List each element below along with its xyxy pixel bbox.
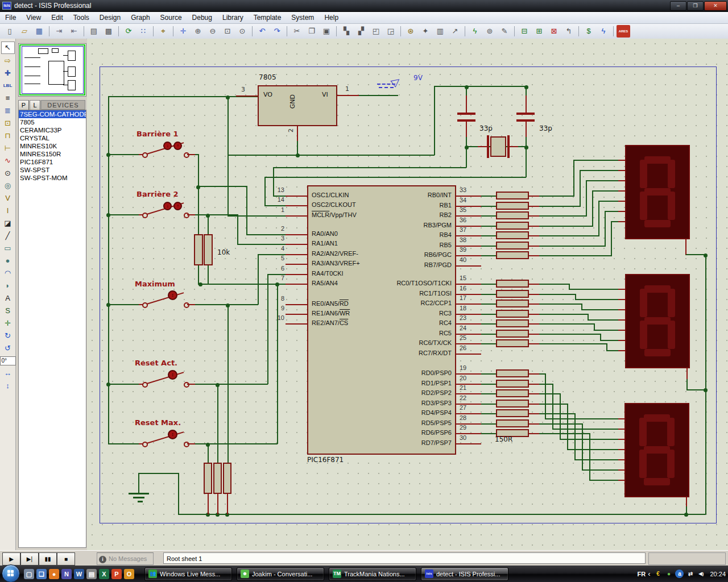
resistor-150r[interactable] [496, 202, 529, 210]
taskbar-button[interactable]: 👥Windows Live Mess... [144, 567, 232, 581]
restore-button[interactable]: ❐ [687, 1, 704, 11]
block-delete-icon[interactable]: ◲ [384, 25, 398, 38]
device-item-minres10k[interactable]: MINRES10K [19, 142, 86, 150]
subcircuit-tool[interactable]: ⊡ [2, 118, 14, 129]
show-desktop-icon[interactable]: ▢ [24, 569, 34, 579]
taskbar-button[interactable]: isisdetect - ISIS Professi... [421, 567, 508, 581]
toggle-down-button[interactable]: ↓ [163, 202, 172, 210]
generator-tool[interactable]: ◎ [2, 180, 14, 192]
menu-source[interactable]: Source [155, 13, 187, 23]
property-assignment-icon[interactable]: ✎ [498, 25, 511, 38]
menu-help[interactable]: Help [319, 13, 344, 23]
import-section-icon[interactable]: ⇥ [52, 25, 66, 38]
pick-parts-button[interactable]: P [18, 100, 29, 110]
device-item-7seg-com-cathode[interactable]: 7SEG-COM-CATHODE [19, 110, 86, 118]
terminal-tool[interactable]: ⊓ [2, 130, 14, 142]
network-icon[interactable]: ⇄ [686, 569, 694, 578]
device-item-pic16f871[interactable]: PIC16F871 [19, 158, 86, 166]
toggle-grid-icon[interactable]: ∷ [136, 25, 150, 38]
word-icon[interactable]: W [74, 569, 84, 579]
clock[interactable]: 20:24 [710, 571, 726, 577]
library-button[interactable]: L [30, 100, 40, 110]
antivirus-icon[interactable]: a [675, 569, 684, 578]
cut-icon[interactable]: ✂ [290, 25, 304, 38]
toggle-up-button[interactable]: ↑ [173, 142, 182, 150]
resistor-150r[interactable] [496, 319, 529, 327]
search-tag-icon[interactable]: ⊚ [483, 25, 497, 38]
resistor-150r[interactable] [496, 290, 529, 298]
menu-tools[interactable]: Tools [68, 13, 94, 23]
pick-device-icon[interactable]: ⊛ [404, 25, 417, 38]
2d-line-tool[interactable]: ╱ [2, 230, 14, 242]
current-probe-tool[interactable]: I [2, 205, 14, 217]
push-button[interactable]: ↕ [168, 370, 177, 380]
title-bar[interactable]: isis detect - ISIS Professional – ❐ ✕ [0, 0, 728, 12]
resistor-150r[interactable] [496, 369, 529, 377]
wire-label-tool[interactable]: LBL [2, 80, 14, 92]
print-icon[interactable]: ▤ [87, 25, 101, 38]
voltage-probe-tool[interactable]: V [2, 193, 14, 204]
block-rotate-icon[interactable]: ◰ [369, 25, 383, 38]
resistor-150r[interactable] [496, 251, 529, 259]
resistor-150r[interactable] [496, 280, 529, 288]
resistor-10k[interactable] [194, 234, 203, 265]
zoom-out-icon[interactable]: ⊖ [206, 25, 220, 38]
save-file-icon[interactable]: ▦ [32, 25, 46, 38]
false-origin-icon[interactable]: ⌖ [156, 25, 170, 38]
angle-field[interactable]: 0° [0, 356, 16, 365]
resistor-150r[interactable] [496, 330, 529, 338]
wire-autorouter-icon[interactable]: ϟ [468, 25, 482, 38]
crystal[interactable] [490, 136, 506, 157]
new-file-icon[interactable]: ▯ [3, 25, 16, 38]
mirror-h-tool[interactable]: ↔ [2, 368, 14, 379]
push-button[interactable]: ↕ [168, 430, 177, 439]
open-file-icon[interactable]: ▱ [18, 25, 31, 38]
menu-library[interactable]: Library [217, 13, 249, 23]
menu-debug[interactable]: Debug [187, 13, 217, 23]
2d-symbol-tool[interactable]: S [2, 305, 14, 317]
menu-graph[interactable]: Graph [126, 13, 155, 23]
device-item-ceramic33p[interactable]: CERAMIC33P [19, 126, 86, 134]
close-button[interactable]: ✕ [704, 1, 727, 11]
minimize-button[interactable]: – [670, 1, 686, 11]
zoom-window-icon[interactable]: ⊡ [221, 25, 234, 38]
document-icon[interactable]: ▤ [86, 569, 97, 579]
device-item-7805[interactable]: 7805 [19, 118, 86, 126]
electrical-check-icon[interactable]: ϟ [597, 25, 610, 38]
resistor-150r[interactable] [496, 409, 529, 417]
step-button[interactable]: ▶| [20, 552, 39, 566]
device-item-sw-spst[interactable]: SW-SPST [19, 166, 86, 174]
tray-chevron[interactable]: ‹ [648, 569, 650, 578]
menu-design[interactable]: Design [94, 13, 126, 23]
redraw-icon[interactable]: ⟳ [122, 25, 135, 38]
resistor-150r[interactable] [496, 192, 529, 199]
graph-tool[interactable]: ∿ [2, 155, 14, 167]
device-item-sw-spst-mom[interactable]: SW-SPST-MOM [19, 174, 86, 182]
taskbar-button[interactable]: TMTrackMania Nations... [329, 567, 416, 581]
resistor-150r[interactable] [496, 300, 529, 307]
resistor-150r[interactable] [496, 389, 529, 397]
mirror-v-tool[interactable]: ↕ [2, 380, 14, 392]
design-explorer-icon[interactable]: ⊟ [518, 25, 531, 38]
2d-circle-tool[interactable]: ● [2, 255, 14, 267]
resistor-150r[interactable] [496, 211, 529, 219]
firefox-icon[interactable]: ● [49, 569, 59, 579]
resistor-150r[interactable] [496, 310, 529, 318]
packaging-tool-icon[interactable]: ▥ [433, 25, 447, 38]
stop-button[interactable]: ■ [57, 552, 75, 566]
bus-tool[interactable]: ≣ [2, 105, 14, 117]
resistor-10k[interactable] [204, 234, 213, 265]
push-button[interactable]: ↕ [168, 290, 177, 300]
center-view-icon[interactable]: ✛ [176, 25, 190, 38]
volume-icon[interactable]: ◀) [697, 569, 705, 578]
make-device-icon[interactable]: ✦ [419, 25, 432, 38]
resistor-150r[interactable] [496, 380, 529, 388]
block-move-icon[interactable]: ▞ [354, 25, 368, 38]
goto-sheet-icon[interactable]: ↰ [562, 25, 576, 38]
paste-icon[interactable]: ▣ [320, 25, 333, 38]
menu-system[interactable]: System [286, 13, 319, 23]
powerpoint-icon[interactable]: P [111, 569, 122, 579]
taskbar-button[interactable]: ☻Joakim - Conversati... [237, 567, 324, 581]
resistor-150r[interactable] [496, 222, 529, 230]
zoom-all-icon[interactable]: ⊙ [235, 25, 249, 38]
